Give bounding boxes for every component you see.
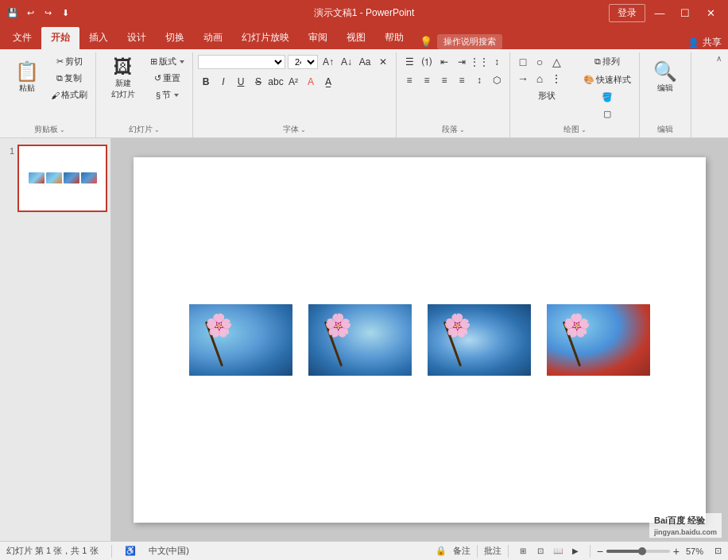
shape-item[interactable]: →	[515, 71, 531, 87]
subscript-button[interactable]: A²	[285, 74, 301, 90]
align-left-button[interactable]: ≡	[401, 72, 417, 88]
zoom-out-button[interactable]: −	[597, 545, 603, 558]
bullets-button[interactable]: ☰	[401, 54, 417, 70]
font-name-select[interactable]	[198, 55, 285, 69]
tab-slideshow[interactable]: 幻灯片放映	[232, 27, 299, 49]
slide-sorter-button[interactable]: ⊡	[532, 544, 548, 558]
format-painter-icon: 🖌	[51, 91, 60, 100]
tab-animations[interactable]: 动画	[194, 27, 232, 49]
decrease-indent-button[interactable]: ⇤	[436, 54, 452, 70]
font-size-select[interactable]: 24	[288, 55, 318, 69]
cut-button[interactable]: ✂ 剪切	[48, 54, 91, 69]
save-icon[interactable]: 💾	[6, 6, 19, 19]
layout-button[interactable]: ⊞ 版式	[147, 54, 188, 69]
maximize-button[interactable]: ☐	[674, 2, 696, 24]
tab-insert[interactable]: 插入	[79, 27, 118, 49]
font-group-label: 字体 ⌄	[198, 122, 391, 137]
tab-help[interactable]: 帮助	[375, 27, 413, 49]
arrange-button[interactable]: ⧉ 排列	[580, 54, 634, 69]
numbering-button[interactable]: ⑴	[419, 54, 435, 70]
minimize-button[interactable]: —	[649, 2, 671, 24]
paste-button[interactable]: 📋 粘贴	[8, 54, 46, 102]
italic-button[interactable]: I	[215, 74, 231, 90]
slide-image-1[interactable]	[189, 304, 292, 376]
fill-button[interactable]: 🪣	[580, 91, 634, 104]
ribbon-collapse-button[interactable]: ∧	[713, 52, 725, 137]
comments-button[interactable]: 批注	[484, 545, 501, 557]
line-spacing-button[interactable]: ↕	[471, 72, 487, 88]
zoom-thumb[interactable]	[638, 547, 646, 555]
clipboard-expand-icon[interactable]: ⌄	[60, 126, 65, 133]
new-slide-button[interactable]: 🖼 新建幻灯片	[101, 54, 145, 103]
align-center-button[interactable]: ≡	[419, 72, 435, 88]
shape-item[interactable]: ○	[532, 54, 548, 70]
shape-item[interactable]: ⋮	[548, 71, 564, 87]
slide-thumbnail-1[interactable]: 1	[3, 145, 107, 212]
underline-button[interactable]: U	[233, 74, 249, 90]
columns-button[interactable]: ⋮⋮	[471, 54, 487, 70]
slides-expand-icon[interactable]: ⌄	[154, 126, 160, 133]
smartart-button[interactable]: ⬡	[489, 72, 505, 88]
shape-item[interactable]: □	[515, 54, 531, 70]
slide-image-4[interactable]	[547, 304, 650, 376]
reset-button[interactable]: ↺ 重置	[147, 71, 188, 86]
section-button[interactable]: § 节	[147, 87, 188, 102]
title-bar-right: 登录 — ☐ ✕	[609, 2, 722, 24]
login-button[interactable]: 登录	[609, 4, 645, 22]
font-expand-icon[interactable]: ⌄	[300, 126, 306, 133]
fit-button[interactable]: ⊡	[714, 546, 722, 556]
clear-format-button[interactable]: ✕	[375, 54, 391, 70]
format-painter-button[interactable]: 🖌 格式刷	[48, 87, 91, 102]
align-right-button[interactable]: ≡	[436, 72, 452, 88]
drawing-expand-icon[interactable]: ⌄	[581, 126, 587, 133]
separator-3	[508, 545, 509, 558]
new-slide-icon: 🖼	[114, 57, 133, 76]
editing-group-label: 编辑	[645, 122, 686, 137]
tab-file[interactable]: 文件	[3, 27, 41, 49]
slide-thumb-box[interactable]	[17, 145, 107, 212]
font-color-button[interactable]: A	[303, 74, 319, 90]
increase-font-button[interactable]: A↑	[320, 54, 336, 70]
search-box[interactable]: 操作说明搜索	[437, 34, 502, 49]
tab-view[interactable]: 视图	[337, 27, 375, 49]
close-button[interactable]: ✕	[699, 2, 722, 24]
normal-view-button[interactable]: ⊞	[515, 544, 531, 558]
quick-styles-button[interactable]: 🎨 快速样式	[580, 72, 634, 87]
shapes-label[interactable]: 形状	[538, 90, 556, 102]
change-case-button[interactable]: Aa	[357, 54, 373, 70]
share-label[interactable]: 共享	[703, 36, 722, 49]
arrange-label: 排列	[602, 56, 620, 68]
zoom-in-button[interactable]: +	[673, 545, 680, 558]
tab-review[interactable]: 审阅	[299, 27, 337, 49]
zoom-level[interactable]: 57%	[686, 546, 708, 556]
slide-image-3[interactable]	[428, 304, 531, 376]
tab-design[interactable]: 设计	[118, 27, 156, 49]
slideshow-button[interactable]: ▶	[567, 544, 583, 558]
zoom-slider[interactable]	[606, 550, 670, 553]
highlight-button[interactable]: A̲	[320, 74, 336, 90]
redo-icon[interactable]: ↪	[41, 6, 54, 19]
reading-view-button[interactable]: 📖	[550, 544, 566, 558]
paragraph-expand-icon[interactable]: ⌄	[459, 126, 465, 133]
slide-canvas[interactable]	[134, 157, 706, 523]
shape-item[interactable]: ⌂	[532, 71, 548, 87]
copy-button[interactable]: ⧉ 复制	[48, 71, 91, 86]
justify-button[interactable]: ≡	[454, 72, 470, 88]
find-button[interactable]: 🔍 编辑	[645, 54, 686, 102]
shadow-button[interactable]: abc	[268, 74, 284, 90]
customize-icon[interactable]: ⬇	[59, 6, 72, 19]
bold-button[interactable]: B	[198, 74, 214, 90]
increase-indent-button[interactable]: ⇥	[454, 54, 470, 70]
notes-button[interactable]: 备注	[453, 545, 470, 557]
tab-home[interactable]: 开始	[41, 27, 79, 49]
decrease-font-button[interactable]: A↓	[339, 54, 354, 70]
slides-group-label: 幻灯片 ⌄	[101, 122, 188, 137]
slide-image-2[interactable]	[308, 304, 412, 376]
undo-icon[interactable]: ↩	[24, 6, 37, 19]
strikethrough-button[interactable]: S	[250, 74, 266, 90]
direction-button[interactable]: ↕	[489, 54, 505, 70]
tab-transitions[interactable]: 切换	[156, 27, 194, 49]
paragraph-controls: ☰ ⑴ ⇤ ⇥ ⋮⋮ ↕ ≡ ≡ ≡ ≡ ↕ ⬡	[401, 52, 505, 122]
shape-item[interactable]: △	[548, 54, 564, 70]
outline-button[interactable]: ▢	[580, 107, 634, 121]
